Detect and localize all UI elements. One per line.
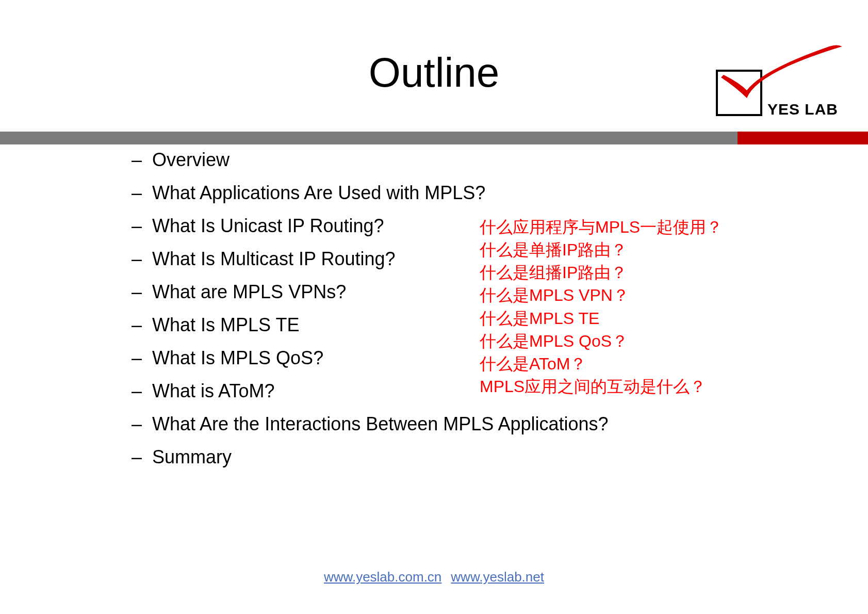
divider-red (738, 132, 868, 144)
translation-item: MPLS应用之间的互动是什么？ (480, 375, 723, 398)
footer: www.yeslab.com.cnwww.yeslab.net (0, 569, 868, 585)
translation-item: 什么是MPLS TE (480, 307, 723, 330)
logo-text: YES LAB (767, 101, 838, 118)
slide: Outline YES LAB – Overview – What Applic… (0, 0, 868, 614)
bullet-text: What Is Unicast IP Routing? (152, 215, 384, 236)
footer-link-1[interactable]: www.yeslab.com.cn (324, 569, 441, 585)
translation-item: 什么是MPLS VPN？ (480, 284, 723, 306)
checkmark-icon (711, 41, 845, 103)
bullet-item: – Summary (132, 448, 609, 466)
footer-link-2[interactable]: www.yeslab.net (451, 569, 544, 585)
translation-item: 什么应用程序与MPLS一起使用？ (480, 216, 723, 238)
translation-item: 什么是组播IP路由？ (480, 261, 723, 284)
bullet-text: Overview (152, 149, 230, 170)
translation-item: 什么是MPLS QoS？ (480, 330, 723, 352)
bullet-text: Summary (152, 446, 232, 467)
bullet-item: – Overview (132, 151, 609, 169)
logo: YES LAB (695, 41, 845, 129)
bullet-text: What Is Multicast IP Routing? (152, 248, 396, 269)
bullet-text: What Are the Interactions Between MPLS A… (152, 413, 609, 434)
bullet-text: What Is MPLS QoS? (152, 347, 323, 368)
translation-list: 什么应用程序与MPLS一起使用？ 什么是单播IP路由？ 什么是组播IP路由？ 什… (480, 216, 723, 398)
bullet-text: What are MPLS VPNs? (152, 281, 346, 302)
bullet-item: – What Are the Interactions Between MPLS… (132, 415, 609, 433)
bullet-text: What is AToM? (152, 380, 274, 401)
bullet-text: What Applications Are Used with MPLS? (152, 182, 485, 203)
translation-item: 什么是单播IP路由？ (480, 238, 723, 261)
translation-item: 什么是AToM？ (480, 352, 723, 375)
bullet-item: – What Applications Are Used with MPLS? (132, 184, 609, 202)
divider-gray (0, 132, 738, 144)
bullet-text: What Is MPLS TE (152, 314, 299, 335)
